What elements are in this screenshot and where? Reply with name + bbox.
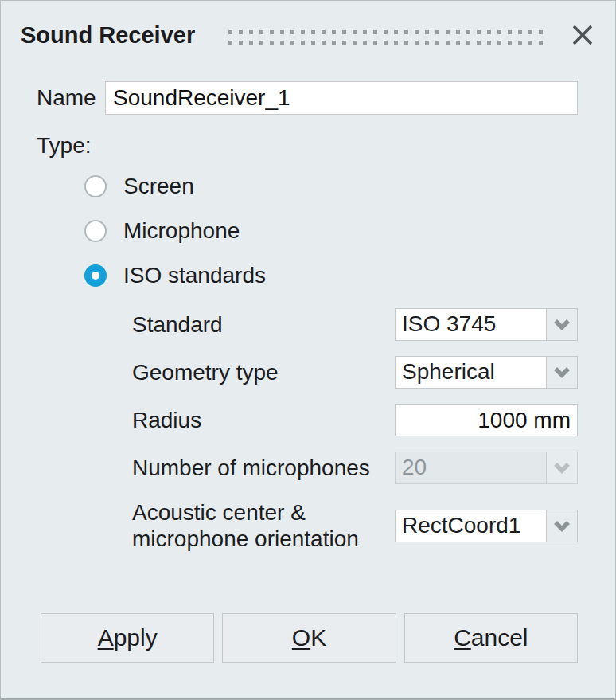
drag-grip-icon[interactable] bbox=[228, 29, 547, 45]
name-label: Name bbox=[37, 85, 105, 111]
iso-parameters: Standard ISO 3745 Geometry type Spherica… bbox=[132, 308, 578, 552]
radio-iso-standards-label: ISO standards bbox=[123, 263, 266, 288]
geometry-type-label: Geometry type bbox=[132, 359, 279, 385]
geometry-type-value[interactable]: Spherical bbox=[395, 356, 547, 389]
dialog-title: Sound Receiver bbox=[21, 22, 195, 49]
radius-label: Radius bbox=[132, 407, 201, 433]
dialog-button-row: Apply OK Cancel bbox=[41, 613, 578, 663]
geometry-type-row: Geometry type Spherical bbox=[132, 356, 578, 389]
acoustic-center-label: Acoustic center & microphone orientation bbox=[132, 499, 388, 552]
chevron-down-icon bbox=[553, 462, 571, 474]
apply-button[interactable]: Apply bbox=[41, 613, 214, 663]
acoustic-center-value[interactable]: RectCoord1 bbox=[395, 510, 547, 542]
chevron-down-icon bbox=[553, 319, 571, 330]
type-radio-group: Screen Microphone ISO standards bbox=[84, 164, 615, 298]
acoustic-center-dropdown-button[interactable] bbox=[546, 510, 578, 542]
num-microphones-value: 20 bbox=[395, 452, 547, 484]
radio-microphone-label: Microphone bbox=[123, 218, 240, 244]
standard-value[interactable]: ISO 3745 bbox=[395, 308, 547, 341]
sound-receiver-dialog: Sound Receiver Name Type: Screen Microph… bbox=[0, 0, 616, 700]
standard-combo: ISO 3745 bbox=[395, 308, 578, 341]
num-microphones-row: Number of microphones 20 bbox=[132, 452, 578, 484]
num-microphones-combo: 20 bbox=[395, 452, 578, 484]
acoustic-center-combo: RectCoord1 bbox=[395, 510, 578, 542]
standard-label: Standard bbox=[132, 311, 223, 338]
standard-row: Standard ISO 3745 bbox=[132, 308, 578, 341]
name-input[interactable] bbox=[105, 81, 578, 115]
close-icon bbox=[571, 23, 595, 47]
close-button[interactable] bbox=[569, 22, 596, 49]
geometry-type-combo: Spherical bbox=[395, 356, 578, 389]
cancel-button[interactable]: Cancel bbox=[404, 613, 578, 663]
radio-option-microphone[interactable]: Microphone bbox=[84, 209, 615, 253]
radio-screen-icon[interactable] bbox=[84, 175, 107, 197]
standard-dropdown-button[interactable] bbox=[546, 308, 578, 341]
name-row: Name bbox=[37, 81, 578, 115]
ok-button[interactable]: OK bbox=[222, 613, 396, 663]
type-label: Type: bbox=[37, 133, 615, 158]
dialog-header: Sound Receiver bbox=[1, 1, 615, 49]
geometry-type-dropdown-button[interactable] bbox=[546, 356, 578, 389]
chevron-down-icon bbox=[553, 520, 571, 532]
radio-iso-standards-icon[interactable] bbox=[84, 264, 107, 287]
radio-screen-label: Screen bbox=[123, 174, 194, 199]
radio-option-iso-standards[interactable]: ISO standards bbox=[84, 253, 615, 298]
radius-input[interactable] bbox=[395, 404, 578, 436]
acoustic-center-row: Acoustic center & microphone orientation… bbox=[132, 499, 578, 552]
radio-microphone-icon[interactable] bbox=[84, 220, 107, 242]
chevron-down-icon bbox=[553, 366, 571, 378]
radius-row: Radius bbox=[132, 404, 578, 436]
radio-option-screen[interactable]: Screen bbox=[84, 164, 615, 209]
num-microphones-label: Number of microphones bbox=[132, 455, 370, 481]
num-microphones-dropdown-button bbox=[546, 452, 578, 484]
